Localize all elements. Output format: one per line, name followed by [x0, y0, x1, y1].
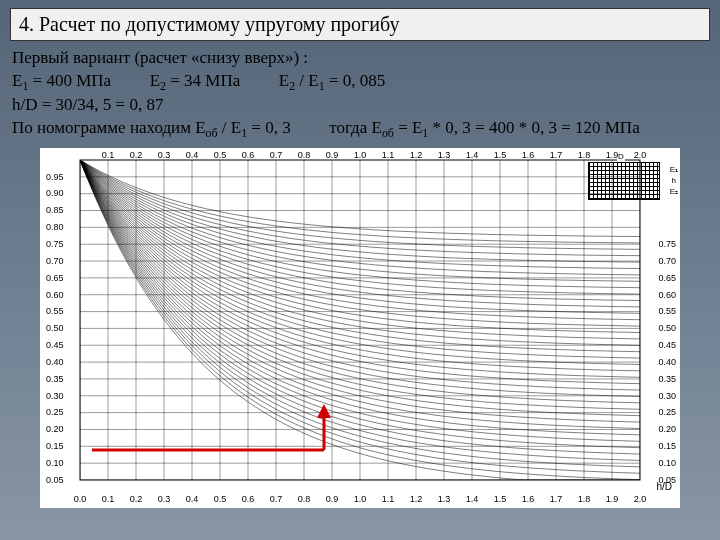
variant-line: Первый вариант (расчет «снизу вверх») : [12, 48, 308, 67]
y-tick: 0.25 [46, 407, 64, 417]
hd-line: h/D = 30/34, 5 = 0, 87 [12, 95, 163, 114]
section-title-box: 4. Расчет по допустимому упругому прогиб… [10, 8, 710, 41]
x-tick: 1.9 [606, 150, 619, 160]
x-tick: 0.9 [326, 494, 339, 504]
y-tick: 0.50 [46, 323, 64, 333]
x-tick: 1.7 [550, 150, 563, 160]
y-tick: 0.40 [46, 357, 64, 367]
y-tick-right: 0.50 [658, 323, 676, 333]
x-tick: 1.9 [606, 494, 619, 504]
legend-h: h [671, 176, 677, 185]
y-tick-right: 0.10 [658, 458, 676, 468]
x-tick: 1.1 [382, 494, 395, 504]
x-tick: 1.6 [522, 150, 535, 160]
y-tick-right: 0.40 [658, 357, 676, 367]
y-tick-right: 0.15 [658, 441, 676, 451]
y-tick-right: 0.55 [658, 306, 676, 316]
x-tick: 1.5 [494, 494, 507, 504]
x-tick: 0.3 [158, 494, 171, 504]
x-tick: 1.8 [578, 150, 591, 160]
e1: Е1 = 400 МПа [12, 71, 115, 90]
x-tick: 0.0 [74, 494, 87, 504]
x-tick: 0.7 [270, 494, 283, 504]
x-tick: 1.4 [466, 150, 479, 160]
chart-legend: D E₁ h E₂ [588, 162, 660, 200]
nomogram-chart: D E₁ h E₂ h/D 0.00.10.10.20.20.30.30.40.… [40, 148, 680, 508]
x-tick: 0.5 [214, 150, 227, 160]
x-tick: 2.0 [634, 150, 647, 160]
x-tick: 1.2 [410, 150, 423, 160]
x-tick: 0.6 [242, 150, 255, 160]
x-tick: 1.6 [522, 494, 535, 504]
legend-E1: E₁ [669, 165, 679, 174]
x-tick: 1.4 [466, 494, 479, 504]
x-tick: 0.4 [186, 494, 199, 504]
y-tick-right: 0.45 [658, 340, 676, 350]
then-line: тогда Еоб = Е1 * 0, 3 = 400 * 0, 3 = 120… [329, 118, 639, 137]
x-tick: 0.8 [298, 150, 311, 160]
x-tick: 1.3 [438, 150, 451, 160]
calc-paragraph: Первый вариант (расчет «снизу вверх») : … [12, 47, 708, 142]
y-tick-right: 0.35 [658, 374, 676, 384]
x-tick: 0.2 [130, 494, 143, 504]
y-tick-right: 0.05 [658, 475, 676, 485]
y-tick: 0.85 [46, 205, 64, 215]
x-tick: 1.0 [354, 494, 367, 504]
x-tick: 0.3 [158, 150, 171, 160]
x-tick: 1.1 [382, 150, 395, 160]
e-ratio: Е2 / Е1 = 0, 085 [279, 71, 386, 90]
x-tick: 2.0 [634, 494, 647, 504]
y-tick: 0.15 [46, 441, 64, 451]
y-tick: 0.20 [46, 424, 64, 434]
y-tick: 0.35 [46, 374, 64, 384]
y-tick: 0.75 [46, 239, 64, 249]
y-tick-right: 0.75 [658, 239, 676, 249]
y-tick: 0.55 [46, 306, 64, 316]
y-tick: 0.45 [46, 340, 64, 350]
x-tick: 1.7 [550, 494, 563, 504]
y-tick: 0.30 [46, 391, 64, 401]
legend-E2: E₂ [669, 187, 679, 196]
y-tick-right: 0.65 [658, 273, 676, 283]
y-tick: 0.05 [46, 475, 64, 485]
x-tick: 0.1 [102, 150, 115, 160]
y-tick: 0.90 [46, 188, 64, 198]
x-tick: 1.8 [578, 494, 591, 504]
x-tick: 1.3 [438, 494, 451, 504]
x-tick: 1.2 [410, 494, 423, 504]
x-tick: 0.1 [102, 494, 115, 504]
e2: Е2 = 34 МПа [150, 71, 245, 90]
x-tick: 0.4 [186, 150, 199, 160]
x-tick: 0.7 [270, 150, 283, 160]
y-tick: 0.70 [46, 256, 64, 266]
y-tick-right: 0.70 [658, 256, 676, 266]
y-tick: 0.95 [46, 172, 64, 182]
y-tick-right: 0.20 [658, 424, 676, 434]
x-tick: 0.5 [214, 494, 227, 504]
y-tick: 0.10 [46, 458, 64, 468]
nomo-line: По номограмме находим Еоб / Е1 = 0, 3 [12, 118, 295, 137]
y-tick: 0.80 [46, 222, 64, 232]
chart-curves [80, 160, 640, 480]
x-tick: 0.2 [130, 150, 143, 160]
x-tick: 0.8 [298, 494, 311, 504]
x-tick: 0.9 [326, 150, 339, 160]
section-title: 4. Расчет по допустимому упругому прогиб… [19, 13, 399, 35]
y-tick: 0.65 [46, 273, 64, 283]
y-tick: 0.60 [46, 290, 64, 300]
y-tick-right: 0.60 [658, 290, 676, 300]
y-tick-right: 0.30 [658, 391, 676, 401]
x-tick: 0.6 [242, 494, 255, 504]
x-tick: 1.5 [494, 150, 507, 160]
x-tick: 1.0 [354, 150, 367, 160]
highlight-arrow-icon [317, 404, 331, 418]
y-tick-right: 0.25 [658, 407, 676, 417]
